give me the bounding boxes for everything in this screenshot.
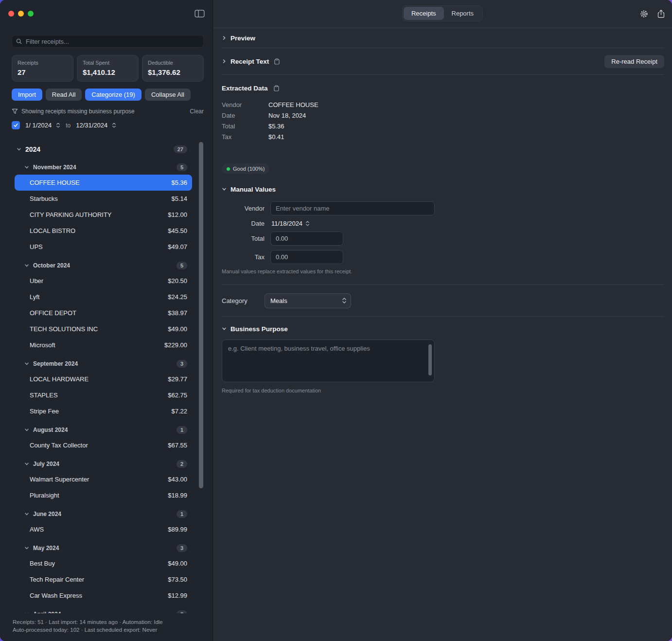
receipt-row[interactable]: COFFEE HOUSE$5.36 — [15, 175, 192, 191]
stat-label: Total Spent — [83, 60, 133, 66]
read-all-button[interactable]: Read All — [46, 89, 82, 101]
vendor-input[interactable] — [270, 201, 435, 215]
share-icon[interactable] — [657, 9, 665, 18]
month-group-header[interactable]: November 20245 — [15, 160, 192, 175]
confidence-badge: Good (100%) — [222, 163, 269, 174]
count-badge: 3 — [177, 544, 187, 552]
receipt-amount: $49.07 — [168, 243, 187, 250]
receipt-row[interactable]: Pluralsight$18.99 — [15, 487, 192, 503]
business-purpose-header[interactable]: Business Purpose — [222, 324, 664, 333]
receipt-row[interactable]: LOCAL BISTRO$45.50 — [15, 223, 192, 239]
business-purpose-textarea[interactable]: e.g. Client meeting, business travel, of… — [222, 339, 435, 382]
search-field[interactable] — [12, 35, 204, 48]
close-button[interactable] — [8, 11, 14, 17]
chevron-down-icon — [24, 361, 29, 366]
count-badge: 27 — [174, 145, 187, 153]
receipt-list: 202427November 20245COFFEE HOUSE$5.36Sta… — [15, 142, 192, 613]
receipt-row[interactable]: OFFICE DEPOT$38.97 — [15, 305, 192, 321]
date-filter-checkbox[interactable] — [12, 121, 20, 129]
vendor-field-label: Vendor — [222, 205, 265, 212]
count-badge: 3 — [177, 360, 187, 368]
date-input[interactable]: 11/18/2024 — [271, 220, 302, 227]
receipt-row[interactable]: Lyft$24.25 — [15, 289, 192, 305]
minimize-button[interactable] — [18, 11, 24, 17]
copy-receipt-text-icon[interactable] — [274, 58, 280, 65]
extracted-label: Date — [222, 112, 268, 119]
receipt-amount: $12.99 — [168, 592, 187, 599]
stat-card-receipts: Receipts 27 — [12, 55, 73, 82]
extracted-row: Total$5.36 — [222, 121, 664, 131]
receipt-list-scrollbar[interactable] — [199, 142, 203, 488]
date-from-stepper[interactable] — [56, 123, 60, 128]
receipt-row[interactable]: Tech Repair Center$73.50 — [15, 571, 192, 588]
receipt-vendor: UPS — [30, 243, 43, 250]
tax-field-label: Tax — [222, 253, 265, 261]
tab-receipts[interactable]: Receipts — [404, 7, 444, 20]
preview-section-header[interactable]: Preview — [222, 28, 664, 48]
tab-reports[interactable]: Reports — [444, 7, 482, 20]
month-group-header[interactable]: May 20243 — [15, 540, 192, 555]
receipt-row[interactable]: TECH SOLUTIONS INC$49.00 — [15, 321, 192, 337]
textarea-scrollbar[interactable] — [428, 344, 432, 375]
collapse-all-button[interactable]: Collapse All — [145, 89, 191, 101]
count-badge: 1 — [177, 510, 187, 518]
date-stepper[interactable] — [305, 221, 310, 226]
category-dropdown[interactable]: Meals — [265, 293, 351, 308]
copy-extracted-data-icon[interactable] — [274, 85, 279, 91]
month-group-header[interactable]: July 20242 — [15, 456, 192, 471]
tax-input[interactable] — [270, 250, 343, 264]
manual-values-section: Manual Values Vendor Date 11/18/2024 — [222, 185, 664, 274]
receipt-vendor: Lyft — [30, 293, 39, 301]
receipt-row[interactable]: Stripe Fee$7.22 — [15, 403, 192, 419]
count-badge: 1 — [177, 426, 187, 434]
month-group-header[interactable]: April 20242 — [15, 606, 192, 613]
month-group-header[interactable]: June 20241 — [15, 506, 192, 521]
count-badge: 5 — [177, 163, 187, 171]
receipt-row[interactable]: Uber$20.50 — [15, 273, 192, 289]
receipt-row[interactable]: LOCAL HARDWARE$29.77 — [15, 371, 192, 387]
date-to-value[interactable]: 12/31/2024 — [76, 122, 107, 129]
chevron-down-icon — [222, 187, 227, 192]
date-from-value[interactable]: 1/ 1/2024 — [25, 122, 52, 129]
detail-pane: Preview Receipt Text Re-read Receipt Ext… — [213, 28, 672, 641]
extracted-row: DateNov 18, 2024 — [222, 110, 664, 121]
clear-filter-link[interactable]: Clear — [190, 108, 204, 115]
zoom-button[interactable] — [28, 11, 34, 17]
settings-gear-icon[interactable] — [639, 9, 649, 18]
total-input[interactable] — [270, 231, 343, 246]
receipt-row[interactable]: Best Buy$49.00 — [15, 555, 192, 571]
receipt-amount: $45.50 — [168, 227, 187, 234]
month-group-header[interactable]: August 20241 — [15, 422, 192, 437]
date-to-stepper[interactable] — [112, 123, 116, 128]
receipt-row[interactable]: AWS$89.99 — [15, 521, 192, 537]
manual-values-header[interactable]: Manual Values — [222, 185, 664, 194]
receipt-row[interactable]: CITY PARKING AUTHORITY$12.00 — [15, 207, 192, 223]
extracted-value: COFFEE HOUSE — [268, 101, 318, 108]
chevron-right-icon — [222, 36, 227, 40]
receipt-vendor: Starbucks — [30, 195, 58, 202]
filter-icon — [12, 108, 18, 114]
traffic-lights — [8, 11, 34, 17]
sidebar-toggle-icon[interactable] — [195, 10, 205, 18]
reread-receipt-button[interactable]: Re-read Receipt — [604, 55, 664, 68]
total-field-label: Total — [222, 235, 265, 242]
search-input[interactable] — [25, 37, 199, 46]
month-group-header[interactable]: October 20245 — [15, 258, 192, 273]
extracted-rows: VendorCOFFEE HOUSEDateNov 18, 2024Total$… — [222, 99, 664, 142]
receipt-row[interactable]: County Tax Collector$67.55 — [15, 437, 192, 453]
import-button[interactable]: Import — [12, 89, 42, 101]
receipt-row[interactable]: Starbucks$5.14 — [15, 191, 192, 207]
extracted-row: Tax$0.41 — [222, 131, 664, 142]
receipt-row[interactable]: Car Wash Express$12.99 — [15, 588, 192, 604]
receipt-vendor: Microsoft — [30, 341, 55, 349]
year-group-header[interactable]: 202427 — [15, 142, 192, 157]
receipt-row[interactable]: Microsoft$229.00 — [15, 337, 192, 353]
month-group-header[interactable]: September 20243 — [15, 356, 192, 371]
receipt-row[interactable]: Walmart Supercenter$43.00 — [15, 471, 192, 487]
receipt-row[interactable]: UPS$49.07 — [15, 239, 192, 255]
receipt-text-section-header[interactable]: Receipt Text Re-read Receipt — [222, 48, 664, 74]
receipt-amount: $73.50 — [168, 576, 187, 583]
categorize-button[interactable]: Categorize (19) — [85, 89, 141, 101]
receipt-row[interactable]: STAPLES$62.75 — [15, 387, 192, 403]
filter-status-text: Showing receipts missing business purpos… — [21, 108, 135, 115]
